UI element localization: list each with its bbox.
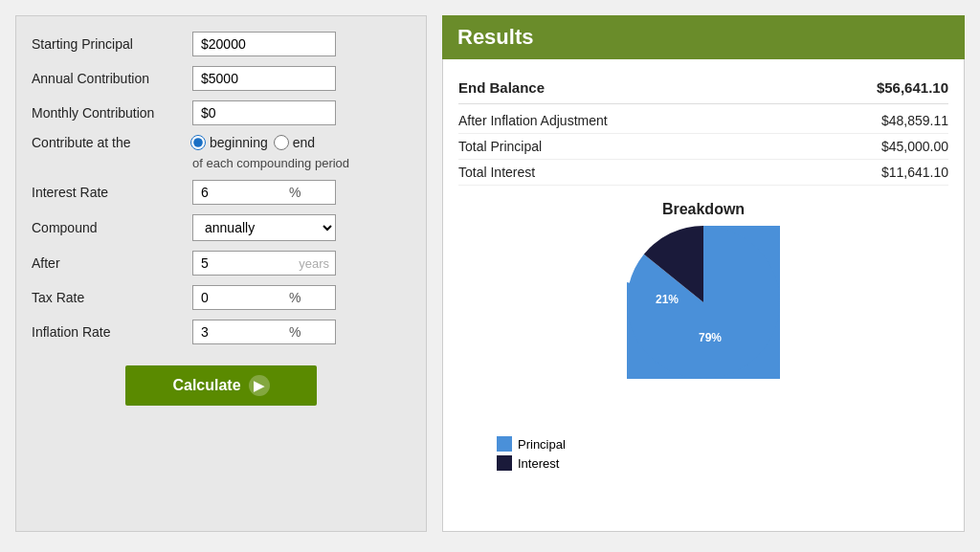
calculate-button[interactable]: Calculate ▶: [125, 365, 317, 406]
end-balance-value: $56,641.10: [877, 79, 948, 96]
interest-legend-color: [497, 455, 512, 471]
principal-pct-label: 79%: [699, 331, 722, 344]
period-note: of each compounding period: [192, 156, 411, 170]
beginning-radio[interactable]: [190, 135, 206, 150]
after-inflation-value: $48,859.11: [881, 113, 948, 128]
end-balance-row: End Balance $56,641.10: [458, 75, 948, 104]
results-header: Results: [442, 15, 965, 59]
annual-contribution-row: Annual Contribution: [32, 66, 411, 91]
chart-legend: Principal Interest: [497, 436, 566, 471]
end-balance-label: End Balance: [458, 79, 545, 96]
annual-contribution-input[interactable]: [192, 66, 336, 91]
tax-rate-suffix: %: [289, 290, 306, 305]
interest-rate-label: Interest Rate: [32, 185, 185, 200]
contribute-at-row: Contribute at the beginning end: [32, 135, 411, 150]
calculate-label: Calculate: [172, 377, 240, 394]
tax-rate-label: Tax Rate: [32, 290, 185, 305]
inflation-rate-input[interactable]: [193, 320, 289, 343]
after-inflation-label: After Inflation Adjustment: [458, 113, 608, 128]
interest-rate-row: Interest Rate %: [32, 180, 411, 205]
after-input[interactable]: [193, 252, 289, 275]
after-suffix: years: [299, 256, 335, 271]
input-panel: Starting Principal Annual Contribution M…: [15, 15, 427, 532]
inflation-rate-suffix: %: [289, 324, 306, 340]
principal-legend-item: Principal: [497, 436, 566, 452]
interest-rate-suffix: %: [289, 185, 306, 200]
compound-select[interactable]: annually monthly quarterly semi-annually…: [192, 214, 336, 241]
tax-rate-input[interactable]: [193, 286, 289, 309]
monthly-contribution-input[interactable]: [192, 100, 336, 125]
total-interest-row: Total Interest $11,641.10: [458, 160, 948, 186]
starting-principal-input[interactable]: [192, 32, 336, 56]
chart-area: 79% 21% Principal Interest: [458, 226, 948, 471]
end-label: end: [293, 135, 315, 150]
after-inflation-row: After Inflation Adjustment $48,859.11: [458, 108, 948, 134]
total-principal-row: Total Principal $45,000.00: [458, 134, 948, 160]
monthly-contribution-label: Monthly Contribution: [32, 105, 185, 121]
beginning-label: beginning: [210, 135, 268, 150]
interest-rate-input-wrapper: %: [192, 180, 336, 205]
total-interest-label: Total Interest: [458, 165, 535, 180]
starting-principal-label: Starting Principal: [32, 36, 185, 52]
beginning-radio-option[interactable]: beginning: [190, 135, 268, 150]
annual-contribution-label: Annual Contribution: [32, 71, 185, 86]
interest-rate-input[interactable]: [193, 181, 289, 204]
contribute-at-label: Contribute at the: [32, 135, 185, 150]
inflation-rate-label: Inflation Rate: [32, 324, 185, 340]
monthly-contribution-row: Monthly Contribution: [32, 100, 411, 125]
compound-label: Compound: [32, 220, 185, 235]
app-container: Starting Principal Annual Contribution M…: [0, 0, 980, 552]
interest-pct-label: 21%: [656, 293, 679, 306]
after-row: After years: [32, 251, 411, 276]
starting-principal-row: Starting Principal: [32, 32, 411, 56]
interest-legend-item: Interest: [497, 455, 566, 471]
inflation-rate-input-wrapper: %: [192, 320, 336, 344]
compound-row: Compound annually monthly quarterly semi…: [32, 214, 411, 241]
breakdown-title: Breakdown: [458, 201, 948, 218]
principal-legend-color: [497, 436, 512, 452]
tax-rate-input-wrapper: %: [192, 285, 336, 310]
pie-chart: [627, 226, 780, 379]
total-principal-label: Total Principal: [458, 139, 542, 154]
calculate-arrow-icon: ▶: [249, 375, 270, 396]
principal-legend-label: Principal: [518, 437, 566, 452]
after-input-wrapper: years: [192, 251, 336, 276]
total-principal-value: $45,000.00: [881, 139, 948, 154]
interest-legend-label: Interest: [518, 456, 559, 471]
end-radio-option[interactable]: end: [274, 135, 315, 150]
tax-rate-row: Tax Rate %: [32, 285, 411, 310]
end-radio[interactable]: [274, 135, 289, 150]
inflation-rate-row: Inflation Rate %: [32, 320, 411, 344]
after-label: After: [32, 255, 185, 271]
total-interest-value: $11,641.10: [881, 165, 948, 180]
results-body: End Balance $56,641.10 After Inflation A…: [442, 59, 965, 532]
results-panel: Results End Balance $56,641.10 After Inf…: [442, 15, 965, 532]
